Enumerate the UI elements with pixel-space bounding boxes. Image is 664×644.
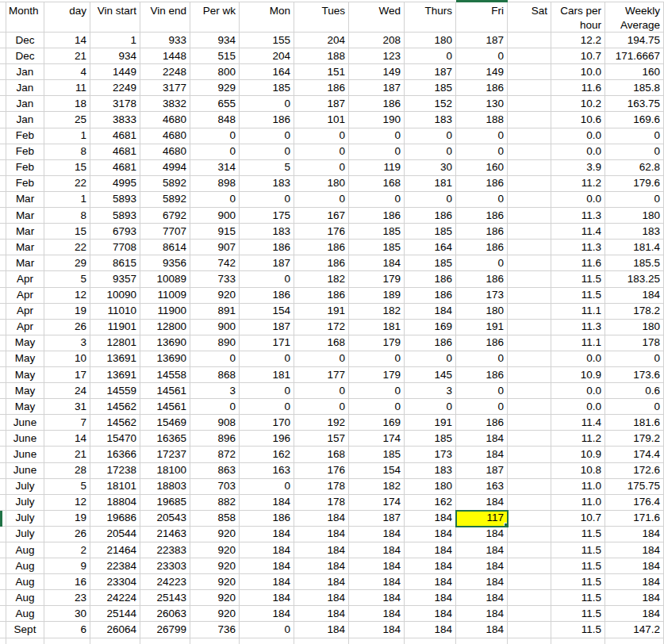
- cell-weekly-average[interactable]: 178: [605, 335, 664, 351]
- cell-vin-start[interactable]: 15470: [90, 431, 140, 447]
- cell-cars-per-hour[interactable]: 10.9: [551, 367, 605, 383]
- cell-mon[interactable]: 187: [240, 255, 294, 271]
- cell-mon[interactable]: 0: [240, 144, 294, 160]
- cell-cars-per-hour[interactable]: 11.2: [551, 176, 605, 192]
- row-header-strip[interactable]: [0, 606, 6, 622]
- cell-fri[interactable]: 149: [456, 64, 508, 80]
- header-cell-day[interactable]: day: [44, 2, 90, 33]
- cell-day[interactable]: 30: [44, 606, 90, 622]
- cell-vin-start[interactable]: 3178: [90, 96, 140, 112]
- cell-day[interactable]: 7: [44, 415, 90, 431]
- cell-weekly-average[interactable]: 184: [605, 574, 664, 590]
- cell-weekly-average[interactable]: 163.75: [605, 96, 664, 112]
- cell-day[interactable]: 21: [44, 447, 90, 462]
- cell-fri[interactable]: 186: [456, 224, 508, 240]
- empty-cell[interactable]: [240, 638, 294, 644]
- cell-tues[interactable]: 168: [294, 335, 349, 351]
- cell-per-wk[interactable]: 863: [190, 463, 240, 479]
- cell-vin-end[interactable]: 2248: [140, 64, 190, 80]
- cell-vin-start[interactable]: 21464: [90, 542, 140, 558]
- cell-day[interactable]: 6: [44, 622, 90, 638]
- cell-weekly-average[interactable]: 147.2: [605, 622, 664, 638]
- cell-mon[interactable]: 186: [240, 112, 294, 128]
- cell-vin-start[interactable]: 10090: [90, 288, 140, 304]
- cell-weekly-average[interactable]: 0: [605, 351, 664, 367]
- cell-sat[interactable]: [508, 335, 551, 351]
- cell-fri[interactable]: 191: [456, 320, 508, 335]
- cell-thurs[interactable]: 184: [405, 590, 456, 606]
- header-cell-vin-start[interactable]: Vin start: [90, 2, 140, 33]
- cell-sat[interactable]: [508, 351, 551, 367]
- cell-sat[interactable]: [508, 128, 551, 144]
- cell-month[interactable]: Sept: [6, 622, 44, 638]
- cell-sat[interactable]: [508, 48, 551, 64]
- cell-wed[interactable]: 174: [349, 431, 405, 447]
- cell-cars-per-hour[interactable]: 11.3: [551, 320, 605, 335]
- cell-month[interactable]: Feb: [6, 144, 44, 160]
- cell-cars-per-hour[interactable]: 10.8: [551, 463, 605, 479]
- cell-tues[interactable]: 184: [294, 606, 349, 622]
- cell-weekly-average[interactable]: 62.8: [605, 160, 664, 176]
- cell-thurs[interactable]: 185: [405, 80, 456, 96]
- cell-cars-per-hour[interactable]: 0.0: [551, 383, 605, 399]
- cell-thurs[interactable]: 184: [405, 511, 456, 527]
- cell-per-wk[interactable]: 890: [190, 335, 240, 351]
- cell-vin-end[interactable]: 4680: [140, 128, 190, 144]
- cell-tues[interactable]: 176: [294, 463, 349, 479]
- cell-wed[interactable]: 186: [349, 96, 405, 112]
- cell-weekly-average[interactable]: 172.6: [605, 463, 664, 479]
- cell-mon[interactable]: 170: [240, 415, 294, 431]
- cell-day[interactable]: 1: [44, 128, 90, 144]
- cell-per-wk[interactable]: 882: [190, 495, 240, 511]
- cell-wed[interactable]: 119: [349, 160, 405, 176]
- cell-vin-end[interactable]: 21463: [140, 527, 190, 542]
- cell-vin-end[interactable]: 6792: [140, 208, 190, 224]
- cell-weekly-average[interactable]: 0: [605, 192, 664, 208]
- cell-thurs[interactable]: 184: [405, 304, 456, 320]
- cell-mon[interactable]: 0: [240, 622, 294, 638]
- row-header-strip[interactable]: [0, 383, 6, 399]
- cell-vin-start[interactable]: 14559: [90, 383, 140, 399]
- cell-vin-start[interactable]: 4681: [90, 144, 140, 160]
- cell-vin-end[interactable]: 11009: [140, 288, 190, 304]
- cell-fri[interactable]: 184: [456, 431, 508, 447]
- cell-day[interactable]: 24: [44, 383, 90, 399]
- cell-tues[interactable]: 191: [294, 304, 349, 320]
- empty-cell[interactable]: [140, 638, 190, 644]
- cell-cars-per-hour[interactable]: 0.0: [551, 192, 605, 208]
- cell-cars-per-hour[interactable]: 11.4: [551, 415, 605, 431]
- cell-mon[interactable]: 184: [240, 542, 294, 558]
- cell-thurs[interactable]: 184: [405, 574, 456, 590]
- cell-vin-start[interactable]: 8615: [90, 255, 140, 271]
- cell-tues[interactable]: 186: [294, 288, 349, 304]
- cell-mon[interactable]: 186: [240, 240, 294, 255]
- cell-month[interactable]: July: [6, 479, 44, 495]
- cell-thurs[interactable]: 186: [405, 208, 456, 224]
- cell-fri[interactable]: 184: [456, 606, 508, 622]
- cell-cars-per-hour[interactable]: 11.5: [551, 542, 605, 558]
- empty-cell[interactable]: [190, 638, 240, 644]
- cell-tues[interactable]: 187: [294, 96, 349, 112]
- cell-thurs[interactable]: 180: [405, 33, 456, 48]
- cell-month[interactable]: Apr: [6, 271, 44, 287]
- cell-sat[interactable]: [508, 527, 551, 542]
- cell-vin-start[interactable]: 22384: [90, 558, 140, 574]
- cell-thurs[interactable]: 185: [405, 255, 456, 271]
- cell-weekly-average[interactable]: 185.8: [605, 80, 664, 96]
- row-header-strip[interactable]: [0, 320, 6, 335]
- cell-tues[interactable]: 101: [294, 112, 349, 128]
- cell-wed[interactable]: 184: [349, 527, 405, 542]
- cell-cars-per-hour[interactable]: 10.9: [551, 447, 605, 462]
- cell-mon[interactable]: 181: [240, 367, 294, 383]
- cell-vin-end[interactable]: 14558: [140, 367, 190, 383]
- cell-vin-start[interactable]: 4681: [90, 128, 140, 144]
- row-header-strip[interactable]: [0, 271, 6, 287]
- cell-mon[interactable]: 164: [240, 64, 294, 80]
- cell-mon[interactable]: 184: [240, 495, 294, 511]
- cell-mon[interactable]: 186: [240, 288, 294, 304]
- cell-per-wk[interactable]: 920: [190, 574, 240, 590]
- cell-mon[interactable]: 0: [240, 383, 294, 399]
- cell-day[interactable]: 17: [44, 367, 90, 383]
- cell-thurs[interactable]: 184: [405, 606, 456, 622]
- cell-weekly-average[interactable]: 160: [605, 64, 664, 80]
